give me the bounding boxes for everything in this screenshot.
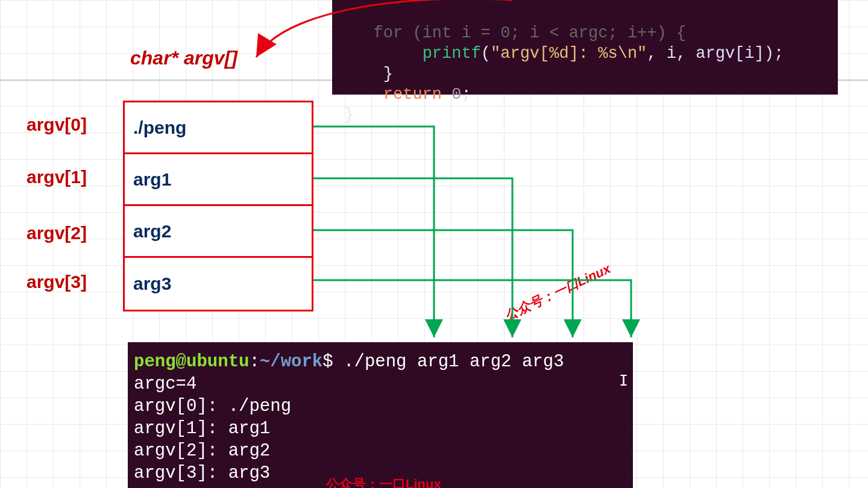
terminal-line-2: argv[1]: arg1 (134, 419, 270, 439)
argv-index-label-2: argv[2] (27, 223, 87, 243)
argv-cell-2: arg2 (125, 206, 312, 258)
terminal-path: ~/work (260, 352, 322, 372)
code-brace: } (383, 65, 393, 83)
argv-value-1: arg1 (133, 169, 171, 190)
code-brace-outer: } (344, 106, 354, 124)
terminal-line-0: argc=4 (134, 374, 197, 394)
code-return-kw: return (383, 86, 442, 104)
terminal-command: ./peng arg1 arg2 arg3 (344, 352, 564, 372)
code-semicolon: ; (461, 86, 471, 104)
code-line-obscured: for (int i = 0; i < argc; i++) { (344, 24, 686, 42)
terminal-line-3: argv[2]: arg2 (134, 441, 270, 461)
argv-value-3: arg3 (133, 274, 171, 294)
argv-value-2: arg2 (133, 221, 171, 242)
argv-cell-3: arg3 (125, 258, 312, 310)
watermark-lower: 公众号：一口Linux (326, 475, 441, 488)
code-fn-printf: printf (423, 45, 481, 63)
argv-value-0: ./peng (133, 117, 186, 138)
argv-index-label-1: argv[1] (27, 167, 87, 187)
argv-array-box: ./peng arg1 arg2 arg3 (123, 101, 313, 311)
argv-index-label-3: argv[3] (27, 272, 87, 292)
argv-index-label-0: argv[0] (27, 114, 87, 135)
argv-cell-0: ./peng (125, 102, 312, 154)
terminal-line-4: argv[3]: arg3 (134, 463, 270, 483)
terminal-prompt: $ (322, 352, 344, 372)
argv-title-label: char* argv[] (130, 47, 237, 69)
terminal-line-1: argv[0]: ./peng (134, 396, 291, 416)
terminal-colon: : (249, 352, 259, 372)
terminal-user: peng@ubuntu (134, 352, 249, 372)
text-cursor-icon: I (619, 372, 628, 389)
argv-cell-1: arg1 (125, 154, 312, 206)
code-return-val: 0 (451, 86, 461, 104)
code-args: , i, argv[i]); (647, 45, 784, 63)
code-string-literal: "argv[%d]: %s\n" (491, 45, 647, 63)
terminal-output: peng@ubuntu:~/work$ ./peng arg1 arg2 arg… (128, 342, 633, 488)
code-editor-snippet: for (int i = 0; i < argc; i++) { printf(… (332, 0, 838, 95)
